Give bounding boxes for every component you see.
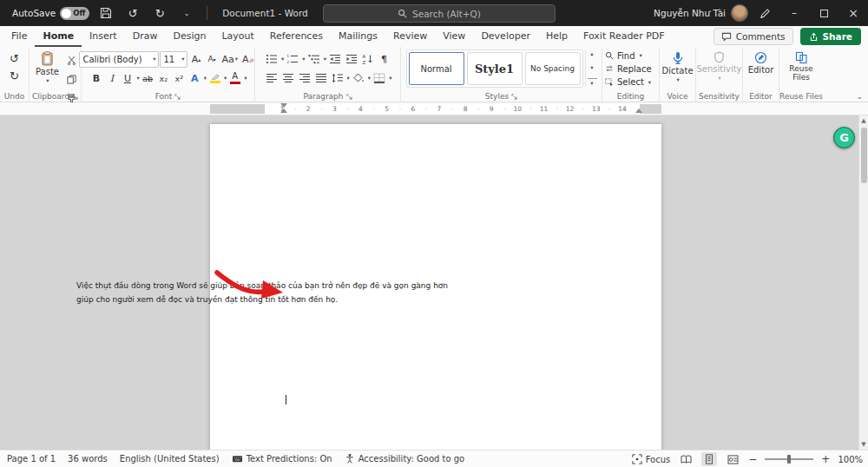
change-case-button[interactable]: Aa▾ [220, 50, 240, 68]
show-paragraph-marks-icon[interactable]: ¶ [377, 50, 391, 68]
style-style1[interactable]: Style1 [467, 52, 523, 85]
tab-insert[interactable]: Insert [82, 26, 125, 47]
shading-dropdown-icon[interactable]: ▾ [368, 75, 371, 82]
copy-icon[interactable] [64, 70, 79, 88]
paragraph-dialog-launcher-icon[interactable] [346, 94, 352, 100]
justify-icon[interactable] [313, 69, 329, 87]
left-indent-marker[interactable] [280, 109, 287, 113]
sort-icon[interactable]: AZ [360, 50, 376, 68]
font-color-dropdown-icon[interactable]: ▾ [244, 75, 247, 82]
bullets-icon[interactable] [264, 50, 279, 68]
maximize-button[interactable] [811, 0, 837, 26]
increase-indent-icon[interactable] [344, 50, 359, 68]
tab-foxit-reader-pdf[interactable]: Foxit Reader PDF [575, 26, 673, 47]
bold-button[interactable]: B [89, 69, 103, 87]
save-icon[interactable] [95, 3, 116, 23]
text-effects-dropdown-icon[interactable]: ▾ [204, 75, 207, 82]
repeat-icon[interactable]: ↻ [7, 67, 22, 84]
undo-icon[interactable]: ↺ [7, 49, 22, 67]
borders-icon[interactable] [372, 69, 387, 87]
line-spacing-icon[interactable] [330, 69, 345, 87]
styles-dialog-launcher-icon[interactable] [511, 94, 517, 100]
tab-file[interactable]: File [3, 26, 35, 47]
scrollbar-thumb[interactable] [861, 128, 867, 183]
cut-icon[interactable] [64, 51, 79, 69]
align-center-icon[interactable] [280, 69, 296, 87]
style-no-spacing[interactable]: No Spacing [525, 52, 581, 85]
strikethrough-button[interactable]: ab [141, 69, 155, 87]
right-indent-marker[interactable] [635, 109, 642, 113]
horizontal-ruler[interactable]: 1 2 3 4 5 6 7 8 9 10 11 12 13 14 [0, 102, 868, 115]
tab-layout[interactable]: Layout [214, 26, 261, 47]
underline-button[interactable]: U [120, 69, 135, 87]
clear-formatting-button[interactable]: A [240, 50, 257, 68]
accessibility-item[interactable]: Accessibility: Good to go [345, 453, 465, 464]
borders-dropdown-icon[interactable]: ▾ [389, 75, 391, 82]
tab-design[interactable]: Design [165, 26, 214, 47]
autosave-switch[interactable]: Off [60, 7, 89, 20]
search-input[interactable]: Search (Alt+Q) [323, 4, 556, 23]
scroll-down-icon[interactable]: ▼ [861, 439, 865, 450]
web-layout-icon[interactable] [725, 452, 740, 466]
reuse-files-button[interactable]: Reuse Files [779, 49, 824, 84]
font-size-combo[interactable]: 11 ▾ [160, 51, 187, 68]
font-color-button[interactable]: A [227, 69, 242, 87]
styles-scroll-down-icon[interactable]: ▾ [588, 64, 597, 71]
editor-button[interactable]: Editor [745, 49, 778, 76]
close-button[interactable]: × [840, 0, 866, 26]
zoom-level[interactable]: 100% [838, 455, 863, 464]
scroll-up-icon[interactable]: ▲ [861, 115, 865, 126]
grow-font-button[interactable]: A▴ [188, 50, 203, 68]
subscript-button[interactable]: x₂ [156, 69, 171, 87]
select-button[interactable]: Select ▾ [605, 76, 656, 89]
clipboard-dialog-launcher-icon[interactable] [72, 94, 78, 100]
minimize-button[interactable]: – [781, 0, 807, 26]
zoom-slider[interactable] [765, 458, 813, 460]
text-effects-button[interactable]: A [187, 69, 202, 87]
numbering-dropdown-icon[interactable]: ▾ [302, 56, 305, 62]
zoom-out-icon[interactable]: − [748, 453, 757, 465]
tab-mailings[interactable]: Mailings [331, 26, 385, 47]
align-right-icon[interactable] [297, 69, 312, 87]
tab-help[interactable]: Help [538, 26, 575, 47]
paste-dropdown-icon[interactable]: ▾ [46, 77, 49, 84]
avatar[interactable] [731, 4, 748, 22]
comments-button[interactable]: Comments [713, 28, 793, 45]
language-indicator[interactable]: English (United States) [120, 454, 220, 464]
redo-quick-icon[interactable]: ↻ [149, 3, 170, 23]
replace-button[interactable]: Replace [605, 62, 656, 75]
tab-draw[interactable]: Draw [125, 26, 166, 47]
sensitivity-button[interactable]: Sensitivity ▾ [693, 49, 745, 83]
word-count[interactable]: 36 words [68, 454, 108, 464]
decrease-indent-icon[interactable] [327, 50, 343, 68]
tab-developer[interactable]: Developer [473, 26, 538, 47]
italic-button[interactable]: I [104, 69, 119, 87]
page-indicator[interactable]: Page 1 of 1 [7, 454, 56, 464]
find-button[interactable]: Find ▾ [605, 49, 656, 62]
styles-more-icon[interactable]: ▾ [588, 78, 597, 87]
print-layout-icon[interactable] [701, 452, 717, 466]
share-button[interactable]: Share [800, 28, 861, 45]
highlight-dropdown-icon[interactable]: ▾ [224, 75, 227, 82]
zoom-in-icon[interactable]: + [821, 453, 830, 465]
style-normal[interactable]: Normal [409, 52, 464, 85]
highlight-button[interactable] [207, 69, 222, 87]
align-left-icon[interactable] [264, 69, 279, 87]
multilevel-dropdown-icon[interactable]: ▾ [324, 56, 326, 62]
first-line-indent-marker[interactable] [280, 103, 287, 108]
styles-scroll-up-icon[interactable]: ▴ [588, 50, 597, 57]
superscript-button[interactable]: x² [172, 69, 187, 87]
vertical-scrollbar[interactable]: ▲ ▼ [858, 115, 868, 450]
numbering-icon[interactable]: 12 [285, 50, 300, 68]
tab-references[interactable]: References [262, 26, 331, 47]
text-predictions-item[interactable]: Text Predictions: On [232, 454, 332, 464]
focus-button[interactable]: Focus [632, 454, 671, 464]
read-mode-icon[interactable] [678, 452, 694, 466]
collapse-ribbon-icon[interactable]: ⌄ [856, 92, 863, 101]
shrink-font-button[interactable]: A▾ [204, 50, 219, 68]
tab-view[interactable]: View [435, 26, 473, 47]
underline-dropdown-icon[interactable]: ▾ [136, 75, 139, 82]
zoom-slider-thumb[interactable] [787, 455, 791, 464]
undo-quick-icon[interactable]: ↺ [122, 3, 143, 23]
inking-pen-icon[interactable] [752, 0, 778, 26]
